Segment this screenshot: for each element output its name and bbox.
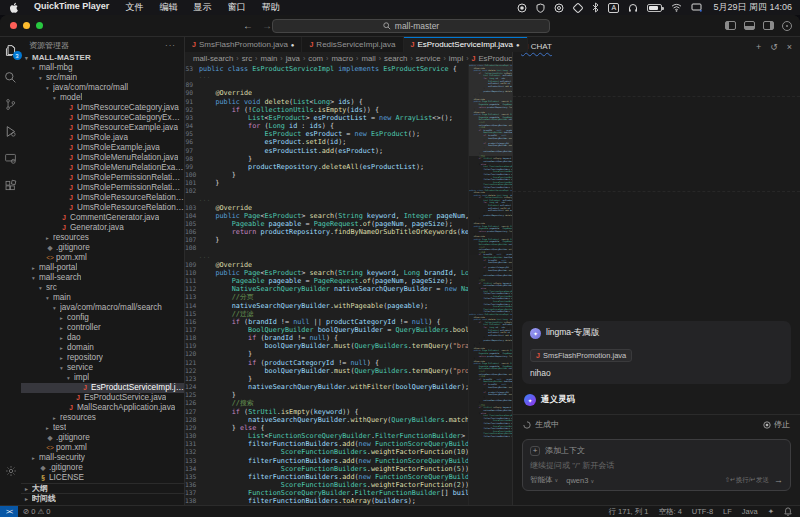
explorer-icon[interactable]: 3 (3, 42, 19, 58)
tree-item[interactable]: ▾java/com/macro/mall (21, 83, 184, 93)
tree-item[interactable]: ▸controller (21, 323, 184, 333)
bluetooth-icon[interactable] (592, 2, 599, 13)
tree-item[interactable]: ▾impl (21, 373, 184, 383)
battery-icon[interactable] (647, 4, 662, 12)
history-icon[interactable]: ↺ (770, 42, 778, 52)
tree-item[interactable]: ◆.gitignore (21, 243, 184, 253)
remote-explorer-icon[interactable] (3, 150, 19, 166)
tree-item[interactable]: JEsProductService.java (21, 393, 184, 403)
tree-item[interactable]: JUmsRoleMenuRelation.java (21, 153, 184, 163)
breadcrumb-item[interactable]: src (242, 54, 252, 63)
search-sidebar-icon[interactable] (3, 69, 19, 85)
remote-indicator[interactable]: >< (0, 506, 18, 517)
tree-item[interactable]: ▸mall-portal (21, 263, 184, 273)
tree-item[interactable]: JUmsRolePermissionRelation.java (21, 173, 184, 183)
tree-item[interactable]: §LICENSE (21, 473, 184, 483)
run-debug-icon[interactable] (3, 123, 19, 139)
tree-item[interactable]: <>pom.xml (21, 443, 184, 453)
breadcrumb-item[interactable]: mall (361, 54, 375, 63)
settings-gear-icon[interactable] (3, 463, 19, 479)
compass-icon[interactable] (573, 3, 583, 13)
chat-input-box[interactable]: + 添加上下文 继续提问或 "/" 新开会话 智能体 ∨ qwen3 ∨ ⇧↵换… (522, 439, 791, 491)
tab-SmsFlashPromotion.java[interactable]: JSmsFlashPromotion.java● (185, 37, 302, 52)
display-icon[interactable] (691, 3, 702, 12)
breadcrumb-item[interactable]: mall-search (193, 54, 233, 63)
tree-item[interactable]: JUmsRole.java (21, 133, 184, 143)
stop-button[interactable]: 停止 (763, 419, 790, 430)
eol-sequence[interactable]: LF (718, 507, 737, 516)
tree-item[interactable]: JUmsResourceCategoryExample.java (21, 113, 184, 123)
close-window-button[interactable] (10, 22, 17, 29)
toggle-primary-sidebar-icon[interactable] (725, 21, 736, 30)
tree-item[interactable]: ▾java/com/macro/mall/search (21, 303, 184, 313)
notifications-bell-icon[interactable] (779, 507, 800, 516)
aperture-icon[interactable] (554, 3, 564, 13)
tree-item[interactable]: JGenerator.java (21, 223, 184, 233)
breadcrumb-item[interactable]: main (260, 54, 277, 63)
indentation[interactable]: 空格: 4 (654, 507, 687, 517)
breadcrumb-item[interactable]: service (416, 54, 441, 63)
tree-item[interactable]: ▸mall-security (21, 453, 184, 463)
add-context-row[interactable]: + 添加上下文 (530, 445, 783, 456)
shield-icon[interactable] (536, 3, 545, 13)
breadcrumb-item[interactable]: com (308, 54, 323, 63)
command-center-search[interactable]: mall-master (272, 19, 550, 33)
breadcrumb-item[interactable]: macro (331, 54, 353, 63)
record-indicator-icon[interactable] (517, 3, 527, 13)
tree-item[interactable]: ▸config (21, 313, 184, 323)
headphones-icon[interactable] (628, 3, 638, 13)
menu-item-3[interactable]: 显示 (185, 1, 219, 14)
breadcrumb-item[interactable]: EsProductServiceImpl.java (478, 54, 512, 63)
language-mode[interactable]: Java (737, 507, 763, 516)
input-source-icon[interactable]: A (608, 3, 619, 13)
tree-item[interactable]: ▸domain (21, 343, 184, 353)
toggle-secondary-sidebar-icon[interactable] (763, 21, 774, 30)
agent-select[interactable]: 智能体 ∨ (530, 475, 558, 485)
menu-item-1[interactable]: 文件 (117, 1, 151, 14)
explorer-more-actions[interactable]: ··· (165, 41, 176, 50)
tree-item[interactable]: JUmsRoleMenuRelationExample.java (21, 163, 184, 173)
apple-menu-icon[interactable] (8, 2, 20, 13)
minimap[interactable]: public class EsProductServiceImpl implem… (468, 64, 512, 505)
send-button[interactable]: → (774, 475, 783, 485)
tree-item[interactable]: ▾src (21, 283, 184, 293)
tree-item[interactable]: JUmsRolePermissionRelationExample.java (21, 183, 184, 193)
extensions-icon[interactable] (3, 177, 19, 193)
minimize-window-button[interactable] (23, 22, 30, 29)
back-arrow-icon[interactable]: ← (243, 20, 253, 31)
tree-item[interactable]: ◆.gitignore (21, 463, 184, 473)
close-panel-icon[interactable]: × (787, 42, 792, 52)
toggle-panel-icon[interactable] (744, 21, 755, 30)
tree-item[interactable]: ▸resources (21, 413, 184, 423)
menu-item-4[interactable]: 窗口 (219, 1, 253, 14)
tree-item[interactable]: JUmsResourceCategory.java (21, 103, 184, 113)
tab-RedisServiceImpl.java[interactable]: JRedisServiceImpl.java (302, 37, 403, 52)
tree-item[interactable]: JEsProductServiceImpl.java (21, 383, 184, 393)
tree-item[interactable]: JCommentGenerator.java (21, 213, 184, 223)
tree-item[interactable]: ▸repository (21, 353, 184, 363)
cursor-position[interactable]: 行 171, 列 1 (603, 507, 653, 517)
breadcrumb-item[interactable]: search (384, 54, 407, 63)
encoding[interactable]: UTF-8 (687, 507, 718, 516)
tree-item[interactable]: ▾mall-search (21, 273, 184, 283)
tree-item[interactable]: ◆.gitignore (21, 433, 184, 443)
tree-item[interactable]: JMallSearchApplication.java (21, 403, 184, 413)
zoom-window-button[interactable] (36, 22, 43, 29)
tree-item[interactable]: ▸test (21, 423, 184, 433)
customize-layout-icon[interactable] (782, 21, 792, 31)
tree-item[interactable]: ▾src/main (21, 73, 184, 83)
tree-item[interactable]: JUmsRoleResourceRelationExample.java (21, 203, 184, 213)
menu-item-0[interactable]: QuickTime Player (26, 1, 117, 14)
breadcrumb-item[interactable]: java (286, 54, 300, 63)
attached-file-chip[interactable]: J SmsFlashPromotion.java (530, 349, 632, 362)
tree-item[interactable]: ▸dao (21, 333, 184, 343)
breadcrumb-item[interactable]: impl (449, 54, 463, 63)
tree-item[interactable]: JUmsRoleExample.java (21, 143, 184, 153)
tree-item[interactable]: JUmsResourceExample.java (21, 123, 184, 133)
tree-item[interactable]: ▸大纲 (21, 483, 184, 493)
menu-item-2[interactable]: 编辑 (151, 1, 185, 14)
tree-item[interactable]: ▸resources (21, 233, 184, 243)
menu-datetime[interactable]: 5月29日 周四 14:06 (713, 1, 792, 14)
tree-item[interactable]: <>pom.xml (21, 253, 184, 263)
code-editor[interactable]: 53public class EsProductServiceImpl impl… (185, 64, 512, 505)
